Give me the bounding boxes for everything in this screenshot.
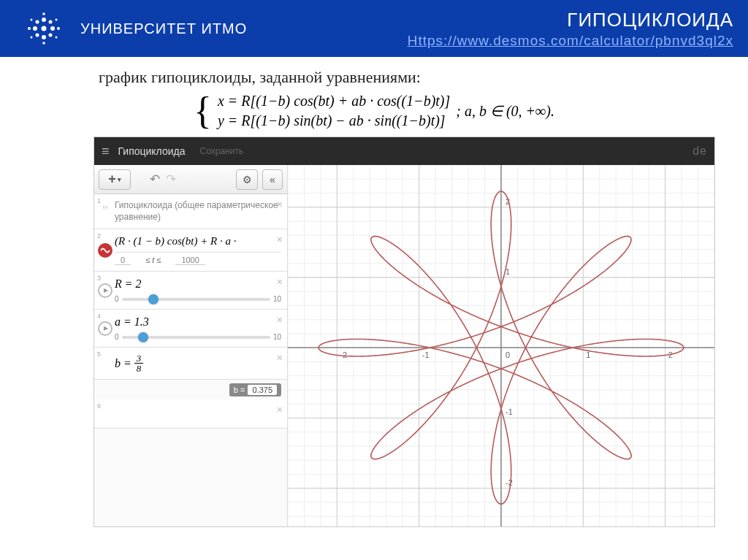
fraction-row-b[interactable]: 5 × b = 3 8	[94, 348, 287, 380]
redo-icon[interactable]: ↷	[166, 172, 176, 187]
slider-row-R[interactable]: 3 ▶ × R = 2 0 10	[94, 272, 287, 310]
folder-row[interactable]: 1 " × Гипоциклоида (общее параметрическо…	[94, 194, 287, 229]
graph-pane[interactable]: -2-112-2-1120	[288, 165, 714, 527]
t-bounds[interactable]: 0 ≤ t ≤ 1000	[115, 252, 281, 265]
svg-point-1	[42, 18, 46, 22]
svg-point-10	[57, 27, 60, 30]
slider-row-a[interactable]: 4 ▶ × a = 1.3 0 10	[94, 310, 287, 348]
desmos-app: ≡ Гипоциклоида Сохранить de + ↶ ↷ ⚙ «	[94, 137, 715, 527]
equation-x: x = R[(1−b) cos(bt) + ab · cos((1−b)t)]	[218, 93, 450, 110]
slider-thumb[interactable]	[148, 294, 159, 304]
brand-text: de	[692, 145, 707, 158]
row-number: 1	[97, 197, 101, 204]
graph-title[interactable]: Гипоциклоида	[118, 145, 186, 157]
t-min[interactable]: 0	[115, 256, 131, 265]
svg-text:-1: -1	[505, 407, 513, 416]
university-name: УНИВЕРСИТЕТ ИТМО	[80, 20, 247, 37]
svg-point-5	[36, 20, 39, 23]
chevron-left-icon: «	[270, 174, 275, 185]
slider-track-R[interactable]	[122, 298, 270, 301]
slider-max[interactable]: 10	[273, 295, 281, 303]
itmo-logo-icon	[22, 12, 66, 45]
play-icon[interactable]: ▶	[98, 283, 112, 298]
desmos-topbar: ≡ Гипоциклоида Сохранить de	[94, 137, 714, 165]
b-fraction[interactable]: 3 8	[134, 353, 144, 373]
svg-point-15	[31, 36, 33, 38]
add-expression-button[interactable]: +	[99, 169, 131, 190]
folder-label: Гипоциклоида (общее параметрическое урав…	[115, 200, 281, 223]
b-decimal-badge[interactable]: b = 0.375	[229, 383, 281, 396]
slide-header: УНИВЕРСИТЕТ ИТМО ГИПОЦИКЛОИДА Https://ww…	[0, 0, 748, 57]
svg-point-16	[56, 36, 58, 38]
close-icon[interactable]: ×	[277, 352, 283, 364]
intro-text: график гипоциклоиды, заданной уравнениям…	[99, 68, 748, 87]
t-max[interactable]: 1000	[175, 256, 205, 265]
save-button[interactable]: Сохранить	[200, 146, 244, 156]
parametric-expression[interactable]: (R · (1 − b) cos(bt) + R · a ·	[115, 235, 281, 248]
undo-icon[interactable]: ↶	[150, 172, 160, 187]
close-icon[interactable]: ×	[277, 276, 283, 288]
collapse-button[interactable]: «	[262, 169, 283, 190]
desmos-link[interactable]: Https://www.desmos.com/calculator/pbnvd3…	[408, 33, 733, 48]
svg-text:1: 1	[586, 350, 590, 359]
a-value[interactable]: a = 1.3	[115, 315, 281, 329]
equation-y: y = R[(1−b) sin(bt) − ab · sin((1−b)t)]	[218, 112, 450, 129]
formula-domain: ; a, b ∈ (0, +∞).	[456, 102, 554, 120]
svg-point-0	[42, 26, 47, 31]
svg-point-3	[33, 26, 37, 31]
row-number: 6	[97, 402, 101, 410]
svg-text:-1: -1	[422, 350, 430, 359]
svg-point-2	[42, 35, 46, 39]
svg-text:0: 0	[505, 350, 510, 359]
svg-point-7	[36, 33, 39, 37]
folder-icon: "	[98, 204, 112, 219]
expression-list: 1 " × Гипоциклоида (общее параметрическо…	[94, 194, 287, 527]
slide-title: ГИПОЦИКЛОИДА	[408, 9, 733, 31]
graph-canvas[interactable]: -2-112-2-1120	[288, 165, 714, 527]
row-number: 4	[97, 312, 101, 320]
R-value[interactable]: R = 2	[115, 277, 281, 291]
settings-button[interactable]: ⚙	[236, 169, 258, 190]
close-icon[interactable]: ×	[277, 199, 283, 210]
brace-icon: {	[194, 94, 212, 129]
svg-point-11	[42, 12, 45, 15]
b-label: b =	[115, 357, 131, 370]
svg-point-9	[28, 27, 31, 30]
row-number: 5	[97, 350, 101, 358]
slider-track-a[interactable]	[122, 336, 270, 339]
slider-min[interactable]: 0	[115, 333, 119, 341]
expression-sidebar: + ↶ ↷ ⚙ « 1 " × Гипоциклоида (общее пара…	[94, 165, 288, 527]
svg-point-6	[49, 20, 53, 23]
svg-point-13	[31, 18, 33, 20]
row-number: 3	[97, 275, 101, 282]
slider-min[interactable]: 0	[115, 295, 119, 303]
close-icon[interactable]: ×	[277, 314, 283, 326]
svg-point-4	[50, 26, 55, 31]
svg-point-14	[56, 18, 58, 20]
menu-icon[interactable]: ≡	[102, 144, 110, 159]
slider-max[interactable]: 10	[273, 333, 281, 341]
sidebar-toolbar: + ↶ ↷ ⚙ «	[94, 165, 287, 194]
empty-row[interactable]: 6 ×	[94, 399, 287, 429]
svg-text:-2: -2	[505, 478, 513, 487]
logo-group: УНИВЕРСИТЕТ ИТМО	[22, 12, 247, 45]
svg-point-12	[42, 42, 45, 45]
play-icon[interactable]: ▶	[98, 321, 112, 336]
parametric-row[interactable]: 2 × (R · (1 − b) cos(bt) + R · a · 0 ≤ t…	[94, 229, 287, 272]
close-icon[interactable]: ×	[277, 404, 283, 415]
gear-icon: ⚙	[243, 174, 252, 185]
value-badge-row: b = 0.375	[94, 380, 287, 399]
slider-thumb[interactable]	[138, 332, 148, 342]
header-right: ГИПОЦИКЛОИДА Https://www.desmos.com/calc…	[408, 9, 733, 49]
curve-color-icon[interactable]	[98, 243, 112, 258]
formula-block: { x = R[(1−b) cos(bt) + ab · cos((1−b)t)…	[0, 93, 748, 129]
row-number: 2	[97, 232, 101, 239]
svg-point-8	[49, 33, 53, 37]
close-icon[interactable]: ×	[277, 234, 283, 245]
